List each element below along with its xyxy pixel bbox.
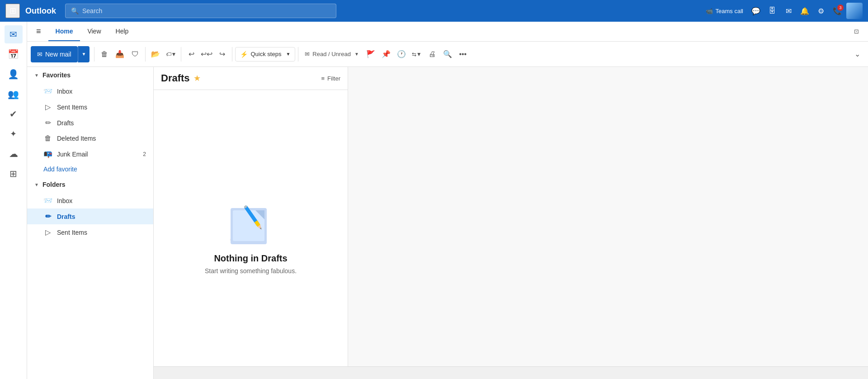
drafts-fav-icon: ✏ xyxy=(43,118,52,127)
categorize-button[interactable]: 🏷▼ xyxy=(164,47,178,62)
phone-button[interactable]: 📞 3 xyxy=(830,4,844,18)
move-button[interactable]: 📂 xyxy=(148,47,163,62)
quick-steps-label: Quick steps xyxy=(250,51,281,57)
pin-button[interactable]: 📌 xyxy=(379,47,393,62)
new-mail-icon: ✉ xyxy=(37,51,42,58)
nav-groups-button[interactable]: 👥 xyxy=(5,85,23,103)
move-icon: 📂 xyxy=(151,50,160,58)
collapse-icon: ▼ xyxy=(34,73,39,78)
read-unread-button[interactable]: ✉ Read / Unread ▼ xyxy=(301,47,362,62)
empty-state: Nothing in Drafts Start writing somethin… xyxy=(154,90,348,379)
delete-icon: 🗑 xyxy=(101,50,108,58)
reminder-button[interactable]: 🕐 xyxy=(394,47,409,62)
folder-title: Drafts xyxy=(161,72,190,84)
search-input[interactable] xyxy=(82,7,330,14)
app-launcher-button[interactable]: ⊞ xyxy=(5,4,20,18)
app-logo: Outlook xyxy=(25,6,56,16)
report-button[interactable]: 🛡 xyxy=(128,47,142,62)
sidebar-item-inbox[interactable]: 📨 Inbox xyxy=(27,83,153,99)
favorite-star-icon[interactable]: ★ xyxy=(193,73,201,83)
add-favorite-link[interactable]: Add favorite xyxy=(27,162,153,176)
grid-icon: ⊞ xyxy=(9,6,16,16)
chat-button[interactable]: 💬 xyxy=(749,4,763,18)
nav-people-button[interactable]: 👤 xyxy=(5,65,23,83)
hamburger-button[interactable]: ≡ xyxy=(34,25,43,38)
bell-icon: 🔔 xyxy=(800,7,809,15)
flag-button[interactable]: 🚩 xyxy=(363,47,378,62)
nav-apps-button[interactable]: ✦ xyxy=(5,125,23,143)
pin-icon: 📌 xyxy=(382,50,391,58)
nav-calendar-button[interactable]: 📅 xyxy=(5,45,23,63)
sidebar-item-drafts-fav[interactable]: ✏ Drafts xyxy=(27,115,153,131)
search-box[interactable]: 🔍 xyxy=(65,4,336,18)
favorites-title: Favorites xyxy=(42,71,71,79)
notification-button[interactable]: 🔔 xyxy=(797,4,812,18)
sidebar-item-sent[interactable]: ▷ Sent Items xyxy=(27,99,153,115)
sidebar-item-inbox-f[interactable]: 📨 Inbox xyxy=(27,193,153,208)
flag-icon: 🚩 xyxy=(366,50,375,58)
more-apps-icon: ⊞ xyxy=(9,168,17,179)
briefcase-button[interactable]: 🗄 xyxy=(765,4,779,18)
nav-tasks-button[interactable]: ✔ xyxy=(5,105,23,123)
tab-help[interactable]: Help xyxy=(108,22,136,41)
sent-icon: ▷ xyxy=(43,103,52,111)
drafts-f-label: Drafts xyxy=(57,213,75,220)
nav-mail-button[interactable]: ✉ xyxy=(5,25,23,43)
more-options-button[interactable]: ••• xyxy=(456,47,470,62)
zoom-icon: 🔍 xyxy=(443,50,452,58)
feedback-button[interactable]: ✉ xyxy=(781,4,796,18)
send-receive-button[interactable]: ⇆▼ xyxy=(410,47,424,62)
print-button[interactable]: 🖨 xyxy=(425,47,439,62)
top-bar: ⊞ Outlook 🔍 📹 Teams call 💬 🗄 ✉ 🔔 ⚙ 📞 3 xyxy=(0,0,868,22)
settings-button[interactable]: ⚙ xyxy=(814,4,828,18)
mail-icon: ✉ xyxy=(9,29,17,40)
email-list-panel: Drafts ★ ≡ Filter xyxy=(154,67,348,379)
trash-icon: 🗑 xyxy=(43,134,52,142)
empty-title: Nothing in Drafts xyxy=(214,253,287,264)
notification-badge: 3 xyxy=(837,5,844,11)
search-icon: 🔍 xyxy=(71,7,79,14)
email-list-header: Drafts ★ ≡ Filter xyxy=(154,67,348,90)
sidebar-item-deleted[interactable]: 🗑 Deleted Items xyxy=(27,131,153,146)
ribbon-expand-button[interactable]: ⌄ xyxy=(850,47,864,62)
archive-icon: 📥 xyxy=(115,50,124,58)
separator-4 xyxy=(232,47,232,62)
teams-call-button[interactable]: 📹 Teams call xyxy=(702,6,747,16)
forward-button[interactable]: ↪ xyxy=(215,47,229,62)
chevron-down-icon: ▼ xyxy=(82,52,86,57)
sent-f-icon: ▷ xyxy=(43,228,52,237)
clock-icon: 🕐 xyxy=(397,50,406,58)
folders-header[interactable]: ▼ Folders xyxy=(27,176,153,193)
teams-call-label: Teams call xyxy=(716,8,743,14)
archive-button[interactable]: 📥 xyxy=(113,47,127,62)
favorites-header[interactable]: ▼ Favorites xyxy=(27,67,153,83)
forward-icon: ↪ xyxy=(219,50,225,58)
separator-3 xyxy=(181,47,181,62)
tab-view[interactable]: View xyxy=(80,22,108,41)
separator-5 xyxy=(298,47,298,62)
sidebar-item-junk[interactable]: 📭 Junk Email 2 xyxy=(27,146,153,162)
new-mail-button[interactable]: ✉ New mail xyxy=(31,46,78,62)
sidebar-item-sent-f[interactable]: ▷ Sent Items xyxy=(27,224,153,240)
filter-button[interactable]: ≡ Filter xyxy=(321,75,340,82)
separator-1 xyxy=(94,47,94,62)
folders-title: Folders xyxy=(42,181,66,188)
delete-button[interactable]: 🗑 xyxy=(97,47,112,62)
tab-home[interactable]: Home xyxy=(48,22,80,41)
new-mail-dropdown[interactable]: ▼ xyxy=(78,46,90,62)
icon-sidebar: ✉ 📅 👤 👥 ✔ ✦ ☁ ⊞ xyxy=(0,22,27,379)
categorize-icon: 🏷▼ xyxy=(166,51,177,57)
nav-more-button[interactable]: ⊞ xyxy=(5,165,23,183)
deleted-label: Deleted Items xyxy=(57,135,96,142)
zoom-button[interactable]: 🔍 xyxy=(440,47,455,62)
sidebar-item-drafts-f[interactable]: ✏ Drafts xyxy=(27,208,153,224)
reply-all-button[interactable]: ↩↩ xyxy=(199,47,214,62)
folder-sidebar: ▼ Favorites 📨 Inbox ▷ Sent Items ✏ Draft… xyxy=(27,67,154,379)
avatar-button[interactable] xyxy=(846,3,863,19)
undo-button[interactable]: ↩ xyxy=(184,47,198,62)
ribbon: ✉ New mail ▼ 🗑 📥 🛡 📂 🏷▼ ↩ ↩↩ ↪ ⚡ Quick s… xyxy=(27,42,868,67)
read-unread-dropdown-icon: ▼ xyxy=(354,52,359,57)
layout-button[interactable]: ⊡ xyxy=(852,26,861,37)
nav-onedrive-button[interactable]: ☁ xyxy=(5,145,23,163)
quick-steps-button[interactable]: ⚡ Quick steps ▼ xyxy=(235,47,295,62)
